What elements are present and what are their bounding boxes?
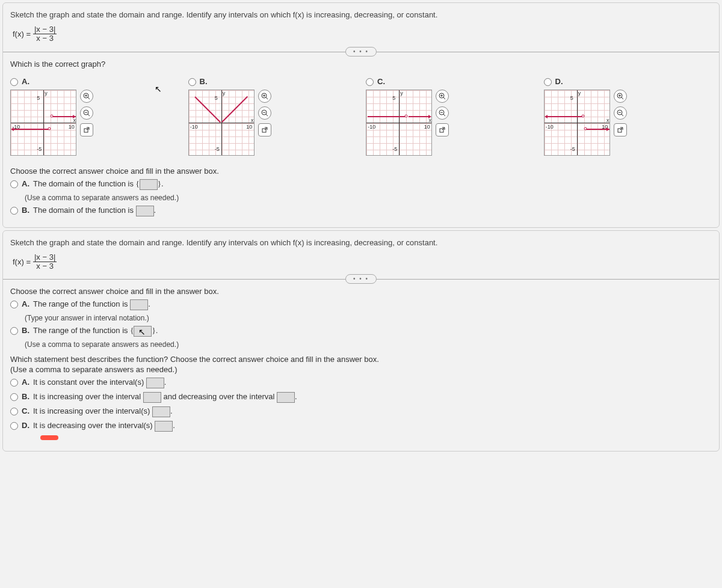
radio-graph-a[interactable] [10,78,18,86]
label-d: D. [555,77,563,86]
graph-question: Which is the correct graph? A. y x 5 -10… [10,60,712,156]
label-b: B. [22,206,29,215]
denominator: x − 3 [33,262,57,271]
graph-thumbnail-c[interactable]: y x 5 -10 10 -5 [366,90,432,156]
domain-question: Choose the correct answer choice and fil… [10,167,712,216]
graph-option-b: B. y x 5 -10 10 -5 [188,73,357,156]
behavior-a-text: It is constant over the interval(s) . [33,378,166,388]
label-c: C. [377,77,385,86]
behavior-c-text: It is increasing over the interval(s) . [33,406,173,417]
divider: • • • [3,279,719,280]
graph-option-d: D. y x 5 -10 10 -5 [544,73,712,156]
zoom-out-icon[interactable] [80,106,93,120]
question-prompt: Sketch the graph and state the domain an… [10,238,712,247]
range-b-hint: (Use a comma to separate answers as need… [25,340,712,349]
range-a-text: The range of the function is . [33,299,150,310]
range-prompt: Choose the correct answer choice and fil… [10,287,712,296]
radio-behavior-b[interactable] [10,393,18,401]
domain-a-text: The domain of the function is {}. [33,179,164,190]
graph-thumbnail-d[interactable]: y x 5 -10 10 -5 [544,90,610,156]
popout-icon[interactable] [80,123,93,136]
answer-input[interactable] [130,299,148,310]
label-a: A. [22,179,29,188]
svg-line-5 [88,114,90,116]
zoom-out-icon[interactable] [614,106,627,120]
range-question: Choose the correct answer choice and fil… [10,287,712,349]
behavior-question: Which statement best describes the funct… [10,355,712,440]
svg-line-13 [266,114,268,116]
radio-range-b[interactable] [10,327,18,335]
radio-behavior-d[interactable] [10,422,18,430]
svg-line-21 [443,114,445,116]
zoom-in-icon[interactable] [80,90,93,103]
radio-graph-b[interactable] [188,78,196,86]
divider: • • • [3,52,719,52]
answer-input[interactable] [134,326,152,337]
popout-icon[interactable] [436,123,449,136]
graph-options-row: A. y x 5 -10 10 -5 [10,73,712,156]
numerator: |x − 3| [33,25,57,34]
zoom-in-icon[interactable] [436,90,449,103]
answer-input[interactable] [152,406,170,417]
radio-graph-d[interactable] [544,78,552,86]
fx-label: f(x) = [13,29,31,38]
svg-line-9 [266,97,268,99]
radio-range-a[interactable] [10,301,18,308]
graph-option-a: A. y x 5 -10 10 -5 [10,73,179,156]
fraction: |x − 3| x − 3 [33,25,57,43]
graph-thumbnail-b[interactable]: y x 5 -10 10 -5 [188,90,255,156]
graph-prompt: Which is the correct graph? [10,60,712,69]
question-prompt: Sketch the graph and state the domain an… [10,10,712,19]
label-b: B. [22,326,29,335]
zoom-out-icon[interactable] [436,106,449,120]
svg-line-1 [88,97,90,99]
ellipsis-icon[interactable]: • • • [345,47,377,57]
svg-line-25 [622,97,623,99]
answer-input[interactable] [136,206,154,216]
label-a: A. [22,77,29,86]
radio-behavior-a[interactable] [10,379,18,387]
graph-thumbnail-a[interactable]: y x 5 -10 10 -5 [10,90,76,156]
zoom-out-icon[interactable] [258,106,271,120]
label-d: D. [22,421,29,430]
popout-icon[interactable] [258,123,271,136]
answer-input[interactable] [155,421,173,432]
answer-input[interactable] [277,392,295,403]
radio-graph-c[interactable] [366,78,374,86]
radio-domain-b[interactable] [10,207,18,215]
domain-a-hint: (Use a comma to separate answers as need… [25,194,712,202]
behavior-d-text: It is decreasing over the interval(s) . [33,421,175,432]
fraction: |x − 3| x − 3 [33,253,57,271]
zoom-in-icon[interactable] [258,90,271,103]
ellipsis-icon[interactable]: • • • [345,274,377,284]
behavior-hint: (Use a comma to separate answers as need… [10,365,712,374]
range-b-text: The range of the function is {}. ↖ [33,326,158,337]
answer-input[interactable] [146,378,164,388]
svg-line-29 [622,114,623,116]
label-a: A. [22,378,29,387]
behavior-b-text: It is increasing over the interval and d… [33,392,297,403]
highlight-mark [40,435,58,440]
domain-b-text: The domain of the function is . [33,206,156,216]
formula: f(x) = |x − 3| x − 3 [13,253,709,271]
range-a-hint: (Type your answer in interval notation.) [25,314,712,322]
label-c: C. [22,406,29,415]
label-b: B. [200,77,208,86]
svg-line-17 [443,97,445,99]
label-b: B. [22,392,29,401]
popout-icon[interactable] [614,123,627,136]
answer-input[interactable] [140,179,158,190]
domain-prompt: Choose the correct answer choice and fil… [10,167,712,176]
radio-behavior-c[interactable] [10,408,18,415]
question-panel-1: Sketch the graph and state the domain an… [2,2,720,228]
denominator: x − 3 [33,34,57,43]
answer-input[interactable] [143,392,161,403]
zoom-in-icon[interactable] [614,90,627,103]
behavior-prompt: Which statement best describes the funct… [10,355,712,364]
question-panel-2: Sketch the graph and state the domain an… [2,230,720,452]
graph-option-c: C. y x 5 -10 10 -5 [366,73,534,156]
formula: f(x) = |x − 3| x − 3 [13,25,709,43]
fx-label: f(x) = [13,257,31,266]
numerator: |x − 3| [33,253,57,262]
radio-domain-a[interactable] [10,180,18,188]
